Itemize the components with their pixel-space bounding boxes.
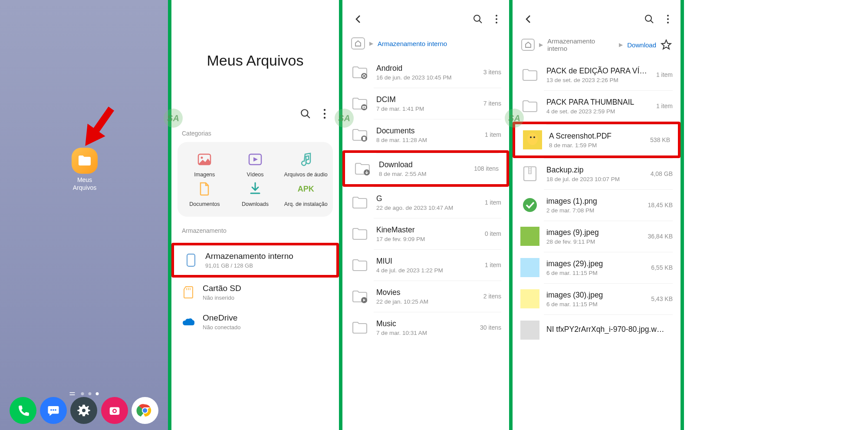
search-icon[interactable] [300, 108, 311, 119]
breadcrumb-item[interactable]: Armazenamento interno [378, 40, 447, 47]
watermark: SA [335, 109, 354, 128]
file-size: 538 KB [650, 136, 670, 143]
svg-point-13 [324, 113, 326, 115]
app-label: Meus Arquivos [72, 176, 98, 192]
breadcrumb: ▶ Armazenamento interno ▶ Download [513, 34, 681, 59]
download-folder-panel: SA ▶ Armazenamento interno ▶ Download PA… [513, 0, 684, 430]
folder-row[interactable]: Music 7 de mar. 10:31 AM 30 itens [342, 312, 509, 343]
categories-grid: Imagens Vídeos Arquivos de áudio Documen… [178, 142, 333, 217]
internal-storage-panel: SA ▶ Armazenamento interno Android 16 de… [342, 0, 513, 430]
storage-sd[interactable]: Cartão SD Não inserido [171, 278, 339, 307]
folder-name: Movies [376, 288, 477, 297]
file-size: 6,55 KB [651, 264, 673, 271]
folder-icon [520, 96, 539, 116]
file-name: A Screenshot.PDF [549, 132, 643, 141]
file-size: 1 item [656, 71, 673, 78]
favorite-star-icon[interactable] [661, 39, 672, 50]
search-icon[interactable] [644, 14, 654, 24]
svg-line-41 [651, 20, 653, 23]
overflow-menu-icon[interactable] [667, 14, 669, 24]
folder-icon [350, 287, 369, 306]
folder-row[interactable]: G 22 de ago. de 2023 10:47 AM 1 item [342, 187, 509, 218]
file-name: Backup.zip [546, 165, 644, 175]
folder-row[interactable]: DCIM 7 de mar. 1:41 PM 7 itens [342, 88, 509, 119]
file-size: 1 item [656, 103, 673, 109]
svg-point-42 [667, 15, 669, 17]
onedrive-icon [182, 318, 195, 326]
folder-row[interactable]: KineMaster 17 de fev. 9:09 PM 0 item [342, 218, 509, 249]
svg-point-24 [496, 15, 497, 17]
file-row[interactable]: images (1).png 2 de mar. 7:08 PM 18,45 K… [513, 189, 681, 221]
phone-app-icon[interactable] [10, 397, 36, 424]
category-apk[interactable]: APK Arq. de instalação [282, 181, 329, 207]
breadcrumb-item[interactable]: Armazenamento interno [547, 37, 615, 52]
file-name: NI tfxPY2rArrXqh_i-970-80.jpg.webp [546, 325, 666, 334]
overflow-menu-icon[interactable] [323, 108, 326, 119]
file-row[interactable]: images (30).jpeg 6 de mar. 11:15 PM 5,43… [513, 283, 681, 314]
file-meta: 18 de jul. de 2023 10:07 PM [546, 176, 644, 182]
category-downloads[interactable]: Downloads [232, 181, 279, 207]
folder-name: G [376, 194, 478, 203]
svg-point-22 [474, 15, 480, 21]
file-row[interactable]: NI tfxPY2rArrXqh_i-970-80.jpg.webp [513, 314, 681, 346]
breadcrumb-item-current[interactable]: Download [627, 41, 656, 49]
folder-row[interactable]: PACK PARA THUMBNAIL 4 de set. de 2023 2:… [513, 90, 681, 122]
app-icon-meus-arquivos[interactable]: Meus Arquivos [72, 148, 98, 192]
folder-icon [350, 318, 369, 337]
svg-point-0 [50, 409, 52, 411]
file-thumbnail [520, 258, 539, 277]
folder-icon [350, 63, 369, 82]
home-pagination[interactable] [69, 392, 99, 395]
category-documents[interactable]: Documentos [181, 181, 228, 207]
storage-internal[interactable]: Armazenamento interno 91,01 GB / 128 GB [171, 243, 339, 278]
category-audio[interactable]: Arquivos de áudio [282, 152, 329, 178]
file-name: PACK PARA THUMBNAIL [546, 98, 649, 107]
breadcrumb-home-icon[interactable] [521, 39, 535, 51]
folder-icon [350, 125, 369, 144]
folder-row[interactable]: Android 16 de jun. de 2023 10:45 PM 3 it… [342, 56, 509, 88]
file-meta: 28 de fev. 9:11 PM [546, 238, 641, 245]
folder-row[interactable]: Download 8 de mar. 2:55 AM 108 itens [342, 150, 509, 187]
back-icon[interactable] [524, 14, 533, 24]
app-title: Meus Arquivos [171, 52, 339, 69]
file-thumbnail [523, 130, 542, 149]
file-thumbnail [520, 195, 539, 215]
folder-icon [520, 65, 539, 84]
folder-row[interactable]: MIUI 4 de jul. de 2023 1:22 PM 1 item [342, 249, 509, 281]
folder-count: 30 itens [480, 324, 501, 331]
breadcrumb-home-icon[interactable] [351, 37, 365, 50]
svg-rect-55 [520, 227, 539, 246]
file-row[interactable]: A Screenshot.PDF 8 de mar. 1:59 PM 538 K… [513, 122, 681, 158]
svg-point-35 [364, 107, 365, 108]
folder-count: 3 itens [483, 69, 501, 76]
svg-point-48 [533, 136, 535, 138]
file-thumbnail [520, 227, 539, 246]
overflow-menu-icon[interactable] [495, 14, 498, 24]
settings-app-icon[interactable] [70, 397, 97, 424]
file-row[interactable]: images (9).jpeg 28 de fev. 9:11 PM 36,84… [513, 221, 681, 252]
search-icon[interactable] [473, 14, 483, 24]
folder-row[interactable]: PACK de EDIÇÃO PARA VÍDEOS 13 de set. de… [513, 59, 681, 90]
page-dot-active [95, 392, 99, 395]
internal-storage-icon [184, 253, 197, 267]
folder-icon [350, 94, 369, 113]
folder-name: Documents [376, 126, 478, 136]
messages-app-icon[interactable] [40, 397, 67, 424]
file-meta: 4 de set. de 2023 2:59 PM [546, 108, 649, 115]
svg-point-40 [645, 15, 651, 21]
camera-app-icon[interactable] [101, 397, 128, 424]
folder-row[interactable]: Documents 8 de mar. 11:28 AM 1 item [342, 119, 509, 150]
page-dot [81, 392, 84, 395]
category-videos[interactable]: Vídeos [232, 152, 279, 178]
red-arrow-annotation [73, 101, 122, 155]
folder-row[interactable]: Movies 22 de jan. 10:25 AM 2 itens [342, 281, 509, 312]
storage-onedrive[interactable]: OneDrive Não conectado [171, 307, 339, 337]
my-files-app-panel: SA Meus Arquivos Categorias Imagens Víde… [171, 0, 342, 430]
file-row[interactable]: images (29).jpeg 6 de mar. 11:15 PM 6,55… [513, 252, 681, 283]
file-row[interactable]: Backup.zip 18 de jul. de 2023 10:07 PM 4… [513, 158, 681, 189]
folder-meta: 7 de mar. 10:31 AM [376, 330, 473, 336]
svg-point-2 [55, 409, 56, 411]
back-icon[interactable] [354, 14, 363, 24]
chrome-app-icon[interactable] [132, 397, 158, 424]
category-images[interactable]: Imagens [181, 152, 228, 178]
